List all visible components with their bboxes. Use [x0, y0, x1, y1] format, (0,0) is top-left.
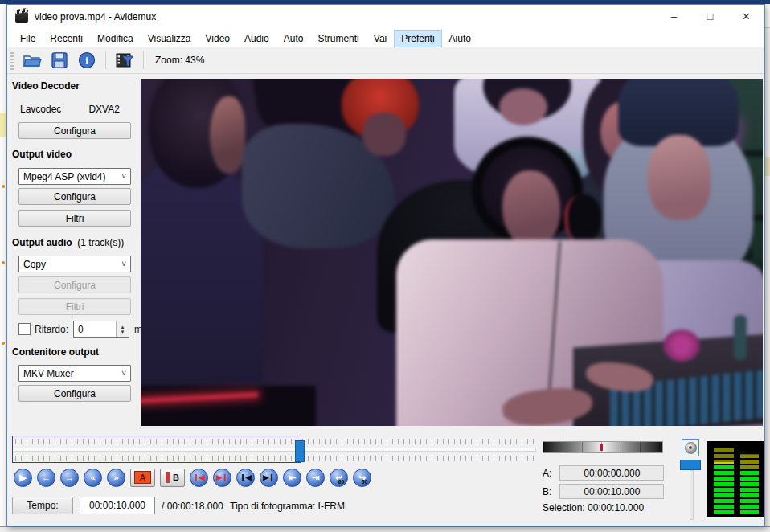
background-fragment	[2, 185, 5, 188]
video-frame-art	[141, 79, 763, 426]
shuttle-jog-bar[interactable]	[543, 441, 663, 453]
menu-item-vai[interactable]: Vai	[367, 31, 393, 47]
next-keyframe-button[interactable]: »	[107, 469, 125, 487]
marker-b-red-bar	[166, 472, 170, 483]
video-preview	[141, 79, 763, 426]
muxer-select[interactable]: MKV Muxer ˅	[18, 365, 131, 382]
menu-item-auto[interactable]: Auto	[277, 31, 310, 47]
previous-black-frame-button[interactable]: ❙◀	[236, 469, 255, 487]
minimize-button[interactable]: –	[656, 5, 692, 28]
audio-filters-button: Filtri	[18, 298, 131, 315]
background-fragment	[2, 261, 5, 264]
bottle	[734, 315, 747, 360]
decoder-accel-label: DXVA2	[88, 104, 119, 115]
background-fragment	[765, 6, 770, 28]
zoom-level-label: Zoom: 43%	[155, 55, 204, 66]
set-marker-b-button-glyph: B	[173, 473, 179, 482]
delay-spinner[interactable]: 0 ▲▼	[73, 321, 129, 338]
chevron-down-icon: ˅	[121, 260, 126, 268]
background-fragment	[2, 342, 5, 345]
video-filters-button[interactable]: Filtri	[18, 210, 131, 227]
video-codec-select[interactable]: Mpeg4 ASP (xvid4) ˅	[18, 168, 131, 185]
toolbar-separator	[105, 51, 106, 69]
chevron-down-icon: ˅	[121, 369, 126, 378]
marker-a-time-field: 00:00:00.000	[559, 465, 664, 481]
beanie-girl-face	[648, 135, 711, 220]
close-button[interactable]: ✕	[728, 5, 764, 28]
set-marker-a-button-glyph: A	[134, 471, 152, 484]
delay-checkbox[interactable]	[18, 323, 31, 335]
next-keyframe-button-glyph: »	[113, 473, 118, 482]
background-right-strip	[765, 4, 770, 526]
audio-codec-select[interactable]: Copy ˅	[18, 256, 131, 272]
save-icon[interactable]	[49, 51, 70, 70]
info-icon[interactable]: i	[76, 51, 97, 70]
person-top-center-face	[499, 88, 547, 125]
menu-item-file[interactable]: File	[14, 31, 42, 47]
vu-meter-right-channel	[740, 452, 759, 514]
title-bar[interactable]: video prova.mp4 - Avidemux – □ ✕	[7, 5, 764, 29]
current-time-input[interactable]: 00:00:10.000	[80, 497, 155, 514]
volume-slider-handle[interactable]	[680, 460, 701, 470]
video-filter-icon[interactable]	[114, 51, 135, 70]
volume-slider-groove[interactable]	[690, 470, 694, 520]
next-frame-button[interactable]: →	[60, 469, 79, 487]
menu-item-video[interactable]: Video	[199, 31, 236, 47]
timeline-slider-handle[interactable]	[295, 440, 305, 462]
video-decoder-heading: Video Decoder	[12, 80, 80, 92]
forward-one-minute-button[interactable]: ↪60	[353, 469, 371, 487]
previous-black-frame-button-glyph: ❙◀	[240, 473, 251, 481]
previous-keyframe-button-glyph: «	[90, 473, 95, 482]
goto-marker-b-button[interactable]: ▶❙	[213, 469, 231, 487]
set-marker-b-button[interactable]: B	[160, 469, 185, 487]
person-left-face	[210, 96, 245, 174]
menu-item-aiuto[interactable]: Aiuto	[443, 31, 477, 47]
next-frame-button-glyph: →	[65, 473, 74, 482]
tempo-button[interactable]: Tempo:	[12, 497, 73, 514]
menu-item-visualizza[interactable]: Visualizza	[141, 31, 198, 47]
total-time-label: / 00:00:18.000	[162, 501, 223, 512]
menu-item-audio[interactable]: Audio	[238, 31, 276, 47]
open-icon[interactable]	[22, 51, 43, 70]
gamer-face	[502, 170, 560, 248]
menu-item-recenti[interactable]: Recenti	[43, 31, 89, 47]
previous-keyframe-button[interactable]: «	[84, 469, 102, 487]
output-audio-heading: Output audio (1 track(s))	[12, 237, 124, 248]
decoder-configure-button[interactable]: Configura	[18, 122, 131, 139]
audio-vu-meter	[707, 441, 764, 517]
last-frame-button-glyph: ⇥	[312, 473, 319, 483]
transport-controls: ▶←→«»AB❙◀▶❙❙◀▶❙⇤⇥↩60↪60	[14, 467, 383, 488]
goto-marker-b-button-glyph: ▶❙	[216, 473, 227, 481]
background-bottom-strip	[0, 526, 770, 532]
spinner-arrows-icon[interactable]: ▲▼	[116, 321, 129, 337]
avidemux-window: video prova.mp4 - Avidemux – □ ✕ FileRec…	[6, 4, 765, 526]
next-black-frame-button[interactable]: ▶❙	[260, 469, 278, 487]
menu-item-preferiti[interactable]: Preferiti	[395, 31, 440, 47]
menu-item-modifica[interactable]: Modifica	[91, 31, 140, 47]
set-marker-a-button[interactable]: A	[130, 469, 155, 487]
background-fragment	[765, 157, 770, 176]
speaker-icon	[685, 442, 697, 454]
audio-configure-button: Configura	[18, 276, 131, 293]
maximize-button[interactable]: □	[692, 5, 728, 28]
menu-bar: FileRecentiModificaVisualizzaVideoAudioA…	[7, 29, 764, 47]
video-configure-button[interactable]: Configura	[18, 188, 131, 205]
menu-item-strumenti[interactable]: Strumenti	[311, 31, 365, 47]
output-video-heading: Output video	[12, 149, 72, 160]
next-black-frame-button-glyph: ▶❙	[263, 473, 274, 481]
desktop: video prova.mp4 - Avidemux – □ ✕ FileRec…	[0, 0, 770, 532]
play-button-glyph: ▶	[19, 473, 26, 483]
previous-frame-button[interactable]: ←	[37, 469, 55, 487]
container-configure-button[interactable]: Configura	[18, 385, 131, 402]
toolbar-grip[interactable]	[10, 51, 14, 70]
marker-a-label: A:	[543, 468, 551, 479]
mute-button[interactable]	[682, 439, 699, 456]
play-button[interactable]: ▶	[14, 469, 32, 487]
first-frame-button[interactable]: ⇤	[283, 469, 301, 487]
back-one-minute-button[interactable]: ↩60	[330, 469, 348, 487]
frame-type-label: Tipo di fotogramma: I-FRM	[230, 501, 345, 512]
previous-frame-button-glyph: ←	[42, 473, 51, 482]
goto-marker-a-button[interactable]: ❙◀	[190, 469, 208, 487]
shuttle-center-marker	[600, 444, 603, 451]
last-frame-button[interactable]: ⇥	[306, 469, 325, 487]
